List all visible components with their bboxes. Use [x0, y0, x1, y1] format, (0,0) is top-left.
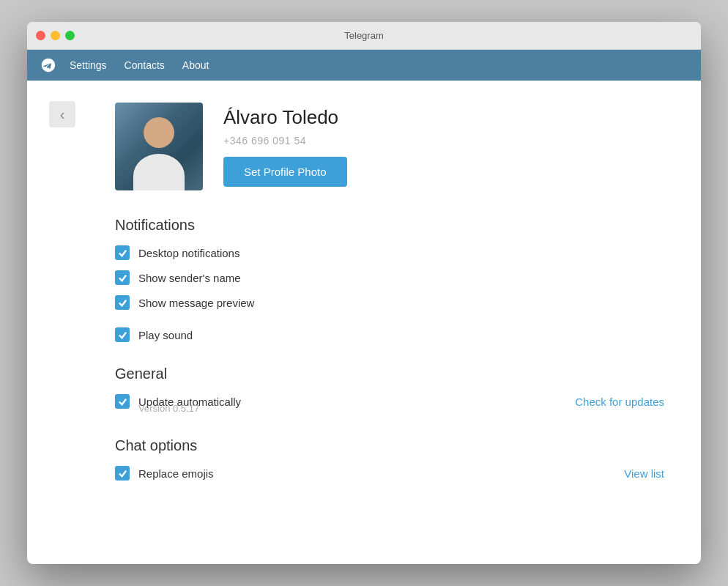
minimize-button[interactable] — [51, 31, 60, 40]
profile-photo — [115, 103, 203, 190]
close-button[interactable] — [36, 31, 45, 40]
update-automatically-checkbox[interactable] — [115, 394, 130, 409]
settings-content: ‹ Álvaro Toledo +346 696 091 54 Set Prof… — [27, 81, 701, 564]
desktop-notifications-checkbox[interactable] — [115, 245, 130, 260]
show-senders-name-item: Show sender's name — [115, 270, 672, 285]
show-senders-name-checkbox[interactable] — [115, 270, 130, 285]
play-sound-item: Play sound — [115, 327, 672, 342]
main-window: Telegram Settings Contacts About ‹ Álvar… — [27, 22, 701, 564]
general-section: General Update automatically Check for u… — [115, 366, 672, 414]
title-bar: Telegram — [27, 22, 701, 50]
profile-phone: +346 696 091 54 — [223, 135, 347, 146]
menu-item-about[interactable]: About — [175, 56, 217, 74]
checkmark-icon — [119, 300, 125, 305]
chat-options-section: Chat options Replace emojis View list — [115, 437, 672, 481]
chevron-left-icon: ‹ — [60, 106, 65, 123]
show-message-preview-item: Show message preview — [115, 295, 672, 310]
face-silhouette — [144, 117, 174, 148]
profile-section: Álvaro Toledo +346 696 091 54 Set Profil… — [115, 103, 672, 190]
menu-item-contacts[interactable]: Contacts — [117, 56, 172, 74]
replace-emojis-row: Replace emojis View list — [115, 466, 672, 481]
window-controls — [36, 31, 75, 40]
desktop-notifications-item: Desktop notifications — [115, 245, 672, 260]
menu-bar: Settings Contacts About — [27, 50, 701, 81]
replace-emojis-checkbox[interactable] — [115, 466, 130, 481]
show-message-preview-label: Show message preview — [138, 297, 254, 309]
checkmark-icon — [119, 332, 125, 337]
profile-info: Álvaro Toledo +346 696 091 54 Set Profil… — [223, 106, 347, 187]
checkmark-icon — [119, 470, 125, 475]
replace-emojis-label: Replace emojis — [138, 467, 214, 480]
window-title: Telegram — [344, 30, 383, 41]
view-list-link[interactable]: View list — [624, 467, 664, 480]
play-sound-checkbox[interactable] — [115, 327, 130, 342]
general-title: General — [115, 366, 672, 382]
notifications-section: Notifications Desktop notifications Show… — [115, 217, 672, 342]
play-sound-label: Play sound — [138, 329, 193, 341]
update-row: Update automatically Check for updates V… — [115, 394, 672, 414]
show-senders-name-label: Show sender's name — [138, 272, 241, 284]
replace-emojis-item: Replace emojis — [115, 466, 624, 481]
telegram-logo-icon — [37, 54, 59, 76]
maximize-button[interactable] — [65, 31, 75, 40]
checkmark-icon — [119, 250, 125, 255]
desktop-notifications-label: Desktop notifications — [138, 247, 239, 259]
set-profile-photo-button[interactable]: Set Profile Photo — [223, 157, 347, 187]
checkmark-icon — [119, 398, 125, 404]
notifications-title: Notifications — [115, 217, 672, 234]
back-button[interactable]: ‹ — [49, 101, 75, 127]
menu-item-settings[interactable]: Settings — [62, 56, 114, 74]
checkmark-icon — [119, 275, 125, 280]
profile-name: Álvaro Toledo — [223, 106, 347, 129]
check-for-updates-link[interactable]: Check for updates — [575, 396, 664, 408]
chat-options-title: Chat options — [115, 437, 672, 454]
notifications-group: Desktop notifications Show sender's name… — [115, 245, 672, 310]
show-message-preview-checkbox[interactable] — [115, 295, 130, 310]
settings-body: Notifications Desktop notifications Show… — [115, 217, 672, 481]
body-silhouette — [133, 154, 185, 190]
